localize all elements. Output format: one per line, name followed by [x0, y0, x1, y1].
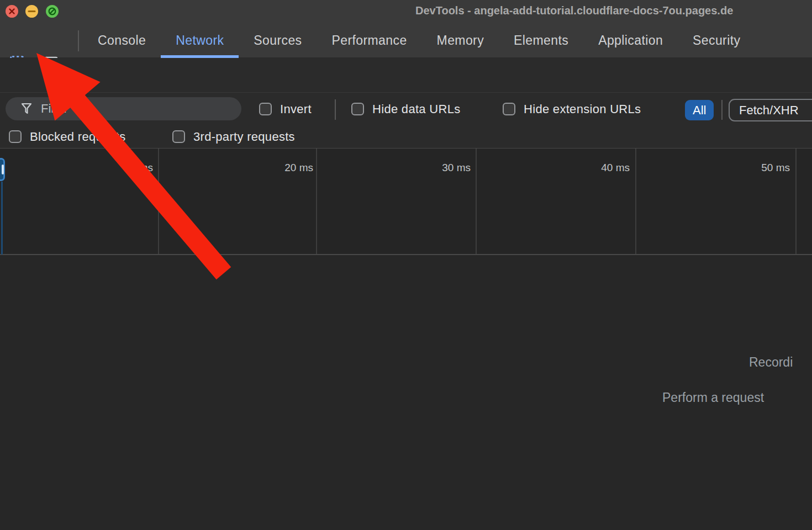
zoom-disabled-icon	[46, 5, 59, 18]
network-filter-bar: Invert Hide data URLs Hide extension URL…	[0, 93, 812, 126]
filter-chip-all[interactable]: All	[685, 100, 714, 120]
hide-data-urls-label: Hide data URLs	[372, 102, 461, 116]
third-party-requests-checkbox[interactable]	[172, 130, 185, 143]
minimize-icon	[25, 5, 38, 18]
titlebar: DevTools - angela-add-tutorial.cloudflar…	[0, 0, 812, 23]
recording-status-text: Recordi	[749, 355, 793, 370]
timeline-tick-label: 30 ms	[421, 162, 471, 174]
network-toolbar: Preserve log Disable cache No throttling	[0, 58, 812, 93]
timeline-tick-label: 40 ms	[580, 162, 630, 174]
timeline-marker-stem	[1, 182, 3, 255]
hide-extension-urls-label: Hide extension URLs	[524, 102, 641, 116]
timeline-tick-label: 50 ms	[740, 162, 790, 174]
timeline-gridline	[316, 149, 317, 254]
minimize-window-button[interactable]	[25, 5, 38, 18]
devtools-tab-bar: Console Network Sources Performance Memo…	[0, 23, 812, 58]
zoom-window-button[interactable]	[46, 5, 59, 18]
request-filters-row: Blocked requests 3rd-party requests	[0, 126, 812, 148]
timeline-gridline	[635, 149, 636, 254]
network-requests-panel: Recordi Perform a request	[0, 256, 812, 530]
filter-funnel-icon	[21, 103, 32, 115]
blocked-requests-label: Blocked requests	[30, 130, 126, 144]
timeline-marker[interactable]	[0, 158, 5, 181]
hide-data-urls-checkbox[interactable]	[351, 103, 364, 115]
panel-tabs: Console Network Sources Performance Memo…	[83, 23, 755, 58]
timeline-gridline	[476, 149, 477, 254]
tabbar-divider	[78, 30, 79, 51]
timeline-gridline	[158, 149, 159, 254]
filterbar-divider	[335, 99, 336, 120]
window-title: DevTools - angela-add-tutorial.cloudflar…	[415, 4, 733, 17]
tab-network[interactable]: Network	[161, 23, 239, 58]
tab-elements[interactable]: Elements	[499, 23, 583, 58]
devtools-window: DevTools - angela-add-tutorial.cloudflar…	[0, 0, 812, 530]
filter-input[interactable]	[40, 97, 236, 120]
timeline-marker-glyph	[2, 165, 4, 174]
third-party-requests-label: 3rd-party requests	[193, 130, 295, 144]
filter-chip-fetch-xhr[interactable]: Fetch/XHR	[729, 99, 812, 121]
filter-input-container	[6, 97, 241, 120]
perform-request-hint-text: Perform a request	[662, 390, 764, 405]
hide-extension-urls-checkbox[interactable]	[503, 103, 515, 115]
close-icon	[6, 5, 18, 18]
filterbar-divider	[721, 100, 723, 120]
timeline-gridline	[795, 149, 797, 254]
timeline-tick-label: 20 ms	[263, 162, 313, 174]
tab-sources[interactable]: Sources	[239, 23, 317, 58]
invert-label: Invert	[280, 102, 312, 116]
close-window-button[interactable]	[6, 5, 18, 18]
invert-checkbox[interactable]	[259, 103, 272, 115]
tab-performance[interactable]: Performance	[317, 23, 422, 58]
network-overview-timeline[interactable]: 10 ms 20 ms 30 ms 40 ms 50 ms	[0, 148, 812, 255]
blocked-requests-checkbox[interactable]	[9, 130, 22, 143]
timeline-tick-label: 10 ms	[103, 162, 153, 174]
tab-application[interactable]: Application	[583, 23, 678, 58]
tab-memory[interactable]: Memory	[422, 23, 499, 58]
tab-security[interactable]: Security	[678, 23, 755, 58]
tab-console[interactable]: Console	[83, 23, 161, 58]
